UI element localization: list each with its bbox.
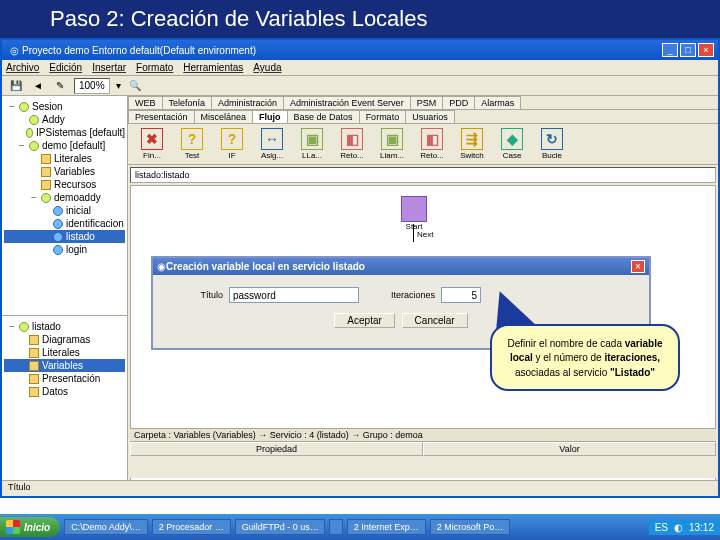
project-tree[interactable]: −Sesion AddyIPSistemas [default]−demo [d… bbox=[2, 96, 127, 316]
tree-item[interactable]: login bbox=[4, 243, 125, 256]
cancelar-button[interactable]: Cancelar bbox=[402, 313, 468, 328]
tree-label: identificacion bbox=[66, 218, 124, 229]
tab-miscelánea[interactable]: Miscelánea bbox=[194, 110, 254, 123]
flow-tool-if[interactable]: ?IF bbox=[216, 128, 248, 160]
tool-icon: ◧ bbox=[341, 128, 363, 150]
flow-tool-reto[interactable]: ◧Reto... bbox=[336, 128, 368, 160]
flow-tool-fin[interactable]: ✖Fin... bbox=[136, 128, 168, 160]
tab-flujo[interactable]: Flujo bbox=[252, 110, 288, 123]
tab-web[interactable]: WEB bbox=[128, 96, 163, 109]
tab-administración event server[interactable]: Administración Event Server bbox=[283, 96, 411, 109]
aceptar-button[interactable]: Aceptar bbox=[334, 313, 394, 328]
tab-psm[interactable]: PSM bbox=[410, 96, 444, 109]
tab-base de datos[interactable]: Base de Datos bbox=[287, 110, 360, 123]
tree-root-listado[interactable]: −listado bbox=[4, 320, 125, 333]
menu-edicion[interactable]: Edición bbox=[49, 60, 82, 75]
tab-usuarios[interactable]: Usuarios bbox=[405, 110, 455, 123]
tab-strip: WEBTelefoníaAdministraciónAdministración… bbox=[128, 96, 718, 110]
tree-item[interactable]: Variables bbox=[4, 359, 125, 372]
start-button[interactable]: Inicio bbox=[0, 517, 60, 537]
menu-insertar[interactable]: Insertar bbox=[92, 60, 126, 75]
taskbar-item[interactable]: 2 Internet Exp… bbox=[347, 519, 426, 535]
tree-label: login bbox=[66, 244, 87, 255]
connector-line bbox=[413, 224, 414, 242]
start-node[interactable]: Start bbox=[401, 196, 427, 231]
tree-label: Datos bbox=[42, 386, 68, 397]
tool-icon[interactable]: ✎ bbox=[52, 78, 68, 94]
tool-label: Llam... bbox=[376, 151, 408, 160]
tree-item[interactable]: inicial bbox=[4, 204, 125, 217]
flow-tool-reto[interactable]: ◧Reto... bbox=[416, 128, 448, 160]
tree-root-sesion[interactable]: −Sesion bbox=[4, 100, 125, 113]
flow-tool-lla[interactable]: ▣LLa... bbox=[296, 128, 328, 160]
folder-icon bbox=[41, 154, 51, 164]
taskbar-item[interactable]: C:\Demo Addy\… bbox=[64, 519, 148, 535]
instruction-callout: Definir el nombre de cada variable local… bbox=[490, 324, 680, 391]
save-icon[interactable]: 💾 bbox=[8, 78, 24, 94]
prop-col-propiedad[interactable]: Propiedad bbox=[130, 442, 423, 456]
tree-item[interactable]: Diagramas bbox=[4, 333, 125, 346]
back-icon[interactable]: ◄ bbox=[30, 78, 46, 94]
tool-label: Switch bbox=[456, 151, 488, 160]
flow-tool-case[interactable]: ◆Case bbox=[496, 128, 528, 160]
dot-icon bbox=[53, 232, 63, 242]
tree-item[interactable]: Presentación bbox=[4, 372, 125, 385]
gear-icon bbox=[29, 115, 39, 125]
left-sidebar: −Sesion AddyIPSistemas [default]−demo [d… bbox=[2, 96, 128, 496]
taskbar-item[interactable]: 2 Microsoft Po… bbox=[430, 519, 511, 535]
tree-item[interactable]: Variables bbox=[4, 165, 125, 178]
tab-alarmas[interactable]: Alarmas bbox=[474, 96, 521, 109]
windows-logo-icon bbox=[6, 520, 20, 534]
minimize-button[interactable]: _ bbox=[662, 43, 678, 57]
menu-formato[interactable]: Formato bbox=[136, 60, 173, 75]
titulo-input[interactable] bbox=[229, 287, 359, 303]
titulo-label: Título bbox=[163, 290, 223, 300]
tree-item[interactable]: identificacion bbox=[4, 217, 125, 230]
app-title: Proyecto demo Entorno default(Default en… bbox=[22, 45, 660, 56]
flow-tool-switch[interactable]: ⇶Switch bbox=[456, 128, 488, 160]
tab-administración[interactable]: Administración bbox=[211, 96, 284, 109]
tree-item[interactable]: listado bbox=[4, 230, 125, 243]
tree-label: Presentación bbox=[42, 373, 100, 384]
close-button[interactable]: × bbox=[698, 43, 714, 57]
flow-tool-bucle[interactable]: ↻Bucle bbox=[536, 128, 568, 160]
flow-tool-asig[interactable]: ↔Asig... bbox=[256, 128, 288, 160]
flow-tool-llam[interactable]: ▣Llam... bbox=[376, 128, 408, 160]
taskbar-item[interactable]: GuildFTPd - 0 us… bbox=[235, 519, 325, 535]
tree-item[interactable]: −demo [default] bbox=[4, 139, 125, 152]
tree-item[interactable]: Recursos bbox=[4, 178, 125, 191]
tree-item[interactable]: Addy bbox=[4, 113, 125, 126]
detail-tree[interactable]: −listado DiagramasLiteralesVariablesPres… bbox=[2, 316, 127, 496]
tab-presentación[interactable]: Presentación bbox=[128, 110, 195, 123]
tool-label: IF bbox=[216, 151, 248, 160]
gear-icon bbox=[41, 193, 51, 203]
tree-item[interactable]: −demoaddy bbox=[4, 191, 125, 204]
zoom-combo[interactable]: 100% bbox=[74, 78, 110, 94]
zoom-fit-icon[interactable]: 🔍 bbox=[127, 78, 143, 94]
dialog-close-button[interactable]: × bbox=[631, 260, 645, 273]
tab-formato[interactable]: Formato bbox=[359, 110, 407, 123]
menubar: Archivo Edición Insertar Formato Herrami… bbox=[2, 60, 718, 76]
tree-label: Variables bbox=[54, 166, 95, 177]
maximize-button[interactable]: □ bbox=[680, 43, 696, 57]
tree-item[interactable]: IPSistemas [default] bbox=[4, 126, 125, 139]
taskbar-item[interactable] bbox=[329, 519, 343, 535]
tree-item[interactable]: Datos bbox=[4, 385, 125, 398]
tool-label: Case bbox=[496, 151, 528, 160]
tree-item[interactable]: Literales bbox=[4, 152, 125, 165]
menu-herramientas[interactable]: Herramientas bbox=[183, 60, 243, 75]
tab-pdd[interactable]: PDD bbox=[442, 96, 475, 109]
iteraciones-input[interactable] bbox=[441, 287, 481, 303]
tab-telefonía[interactable]: Telefonía bbox=[162, 96, 213, 109]
tree-item[interactable]: Literales bbox=[4, 346, 125, 359]
prop-col-valor[interactable]: Valor bbox=[423, 442, 716, 456]
dialog-titlebar[interactable]: ◉ Creación variable local en servicio li… bbox=[153, 258, 649, 275]
system-tray[interactable]: ES ◐ 13:12 bbox=[649, 520, 720, 535]
flow-tool-test[interactable]: ?Test bbox=[176, 128, 208, 160]
zoom-dropdown-icon[interactable]: ▾ bbox=[116, 80, 121, 91]
tray-icon[interactable]: ◐ bbox=[674, 522, 683, 533]
menu-archivo[interactable]: Archivo bbox=[6, 60, 39, 75]
taskbar-item[interactable]: 2 Procesador … bbox=[152, 519, 231, 535]
menu-ayuda[interactable]: Ayuda bbox=[253, 60, 281, 75]
tray-lang[interactable]: ES bbox=[655, 522, 668, 533]
